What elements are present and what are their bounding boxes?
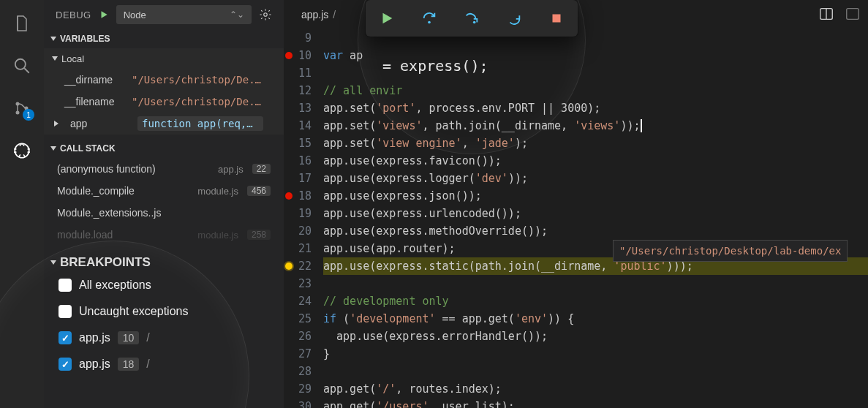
start-debug-icon[interactable] [99, 10, 109, 20]
callstack-row[interactable]: Module._compilemodule.js456 [44, 180, 284, 202]
continue-icon[interactable] [379, 10, 395, 26]
code-line[interactable]: app.use(express.methodOverride()); [323, 222, 868, 240]
code-line[interactable]: // development only [323, 292, 868, 310]
debug-config-select[interactable]: Node ⌃⌄ [116, 5, 252, 24]
variable-name: __filename [64, 96, 123, 107]
line-number[interactable]: 16 [293, 152, 317, 170]
line-number[interactable]: 26 [293, 328, 317, 345]
step-into-icon[interactable] [464, 10, 480, 26]
line-number[interactable]: 19 [293, 205, 317, 222]
svg-point-11 [473, 21, 476, 24]
line-number[interactable]: 21 [293, 240, 317, 257]
chevron-down-icon [50, 260, 56, 265]
checkbox[interactable] [59, 331, 72, 344]
code-line[interactable]: if ('development' == app.get('env')) { [323, 310, 868, 328]
editor-tab[interactable]: app.js / [301, 9, 336, 20]
scope-local[interactable]: Local [44, 48, 284, 69]
breakpoint-row[interactable]: app.js10/ [44, 325, 284, 351]
line-number[interactable]: 10 [293, 47, 317, 64]
code-line[interactable] [323, 275, 868, 292]
files-icon[interactable] [12, 13, 32, 34]
source-control-icon[interactable]: 1 [12, 98, 32, 118]
line-number[interactable]: 17 [293, 170, 317, 187]
chevron-down-icon [52, 56, 58, 61]
breakpoint-dot[interactable] [285, 192, 293, 200]
code-content[interactable]: var ap// all envirapp.set('port', proces… [323, 29, 868, 408]
code-line[interactable]: app.set('views', path.join(__dirname, 'v… [323, 117, 868, 135]
code-line[interactable]: app.use(express.errorHandler()); [323, 328, 868, 345]
line-number[interactable]: 12 [293, 82, 317, 99]
breakpoint-dot[interactable] [285, 52, 293, 59]
line-number[interactable]: 22 [293, 257, 317, 275]
debug-icon[interactable] [12, 140, 32, 161]
line-number[interactable]: 15 [293, 135, 317, 152]
breakpoint-row[interactable]: app.js18/ [44, 351, 284, 377]
section-variables[interactable]: VARIABLES [44, 29, 284, 48]
section-callstack[interactable]: CALL STACK [44, 139, 284, 158]
callstack-row[interactable]: module.loadmodule.js258 [44, 224, 284, 246]
callstack-row[interactable]: (anonymous function)app.js22 [44, 158, 284, 180]
line-number[interactable]: 29 [293, 380, 317, 398]
checkbox[interactable] [59, 305, 72, 318]
code-line[interactable]: app.use(express.json()); [323, 187, 868, 205]
callstack-row[interactable]: Module._extensions..js [44, 202, 284, 224]
source-control-badge: 1 [23, 109, 34, 121]
current-line-dot [285, 262, 293, 270]
sidebar-header: DEBUG Node ⌃⌄ [44, 0, 284, 29]
checkbox[interactable] [59, 358, 72, 371]
debug-sidebar: DEBUG Node ⌃⌄ VARIABLES Local __dirname"… [44, 0, 284, 408]
code-line[interactable]: app.get('/users', user.list); [323, 398, 868, 408]
code-line[interactable]: app.get('/', routes.index); [323, 380, 868, 398]
code-line[interactable]: // all envir [323, 82, 868, 99]
breakpoint-row[interactable]: All exceptions [44, 272, 284, 298]
stop-icon[interactable] [548, 10, 565, 26]
code-line[interactable]: } [323, 345, 868, 363]
debug-hover-tip: "/Users/christop/Desktop/lab-demo/ex [613, 240, 848, 262]
variable-value: "/Users/christop/De... [132, 74, 263, 86]
line-number[interactable]: 28 [293, 363, 317, 380]
line-number[interactable]: 13 [293, 99, 317, 117]
code-line[interactable]: app.use(express.favicon()); [323, 152, 868, 170]
variables-scope: Local __dirname"/Users/christop/De...__f… [44, 48, 284, 135]
line-number[interactable]: 24 [293, 292, 317, 310]
step-out-icon[interactable] [506, 10, 522, 26]
line-gutter[interactable]: 9101112131415161718192021222324252627282… [284, 29, 323, 408]
svg-point-0 [15, 59, 26, 69]
code-line[interactable]: app.set('view engine', 'jade'); [323, 135, 868, 152]
line-number[interactable]: 14 [293, 117, 317, 135]
split-editor-icon[interactable] [818, 6, 834, 22]
line-number[interactable]: 20 [293, 222, 317, 240]
variable-name: app [70, 118, 129, 129]
code-line[interactable]: app.use(express.logger('dev')); [323, 170, 868, 187]
breakpoint-row[interactable]: Uncaught exceptions [44, 298, 284, 325]
section-breakpoints[interactable]: BREAKPOINTS [44, 253, 284, 272]
frame-name: Module._compile [57, 185, 189, 197]
variable-row[interactable]: __filename"/Users/christop/De... [44, 91, 284, 113]
variable-row[interactable]: appfunction app(req, res, ne... [44, 113, 284, 135]
step-over-icon[interactable] [421, 10, 437, 26]
frame-file: module.js [197, 186, 238, 197]
line-number[interactable]: 25 [293, 310, 317, 328]
express-overlay: = express(); [382, 57, 488, 75]
line-number[interactable]: 30 [293, 398, 317, 408]
code-line[interactable] [323, 363, 868, 380]
line-number[interactable]: 9 [293, 29, 317, 47]
more-icon[interactable] [845, 6, 861, 22]
checkbox[interactable] [59, 279, 72, 292]
frame-line: 456 [247, 186, 271, 196]
breakpoint-label: app.js [79, 331, 110, 344]
code-line[interactable]: app.use(express.urlencoded()); [323, 205, 868, 222]
line-number[interactable]: 18 [293, 187, 317, 205]
line-number[interactable]: 23 [293, 275, 317, 292]
sidebar-title: DEBUG [56, 10, 91, 20]
line-number[interactable]: 27 [293, 345, 317, 363]
line-number[interactable]: 11 [293, 64, 317, 82]
code-editor[interactable]: 9101112131415161718192021222324252627282… [284, 29, 868, 408]
variable-row[interactable]: __dirname"/Users/christop/De... [44, 69, 284, 91]
code-line[interactable]: app.set('port', process.env.PORT || 3000… [323, 99, 868, 117]
frame-name: (anonymous function) [57, 163, 209, 175]
gear-icon[interactable] [259, 8, 272, 21]
debug-toolbar[interactable] [366, 0, 578, 37]
search-icon[interactable] [12, 56, 32, 76]
svg-point-6 [264, 13, 268, 17]
